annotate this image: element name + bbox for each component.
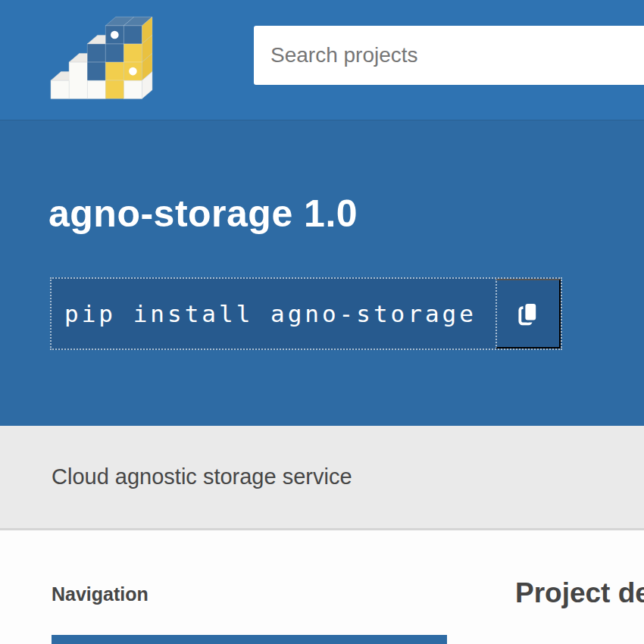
site-header <box>0 0 644 120</box>
package-banner: agno-storage 1.0 pip install agno-storag… <box>0 120 644 426</box>
copy-command-button[interactable] <box>496 279 561 349</box>
package-summary: Cloud agnostic storage service <box>52 464 352 489</box>
copy-icon <box>517 301 539 327</box>
package-summary-strip: Cloud agnostic storage service <box>0 426 644 530</box>
content-area: Navigation Project description <box>0 530 644 644</box>
navigation-heading: Navigation <box>52 583 148 605</box>
package-title: agno-storage 1.0 <box>48 192 358 236</box>
pypi-cubes-logo-icon <box>47 4 155 103</box>
sidebar-tab-project-description[interactable] <box>52 635 447 644</box>
pip-install-box: pip install agno-storage <box>50 277 562 350</box>
project-description-heading: Project description <box>515 577 644 609</box>
search-input[interactable] <box>254 26 644 85</box>
pypi-logo-link[interactable] <box>47 4 155 103</box>
pypi-package-page: agno-storage 1.0 pip install agno-storag… <box>0 0 644 644</box>
pip-install-command: pip install agno-storage <box>52 279 496 349</box>
